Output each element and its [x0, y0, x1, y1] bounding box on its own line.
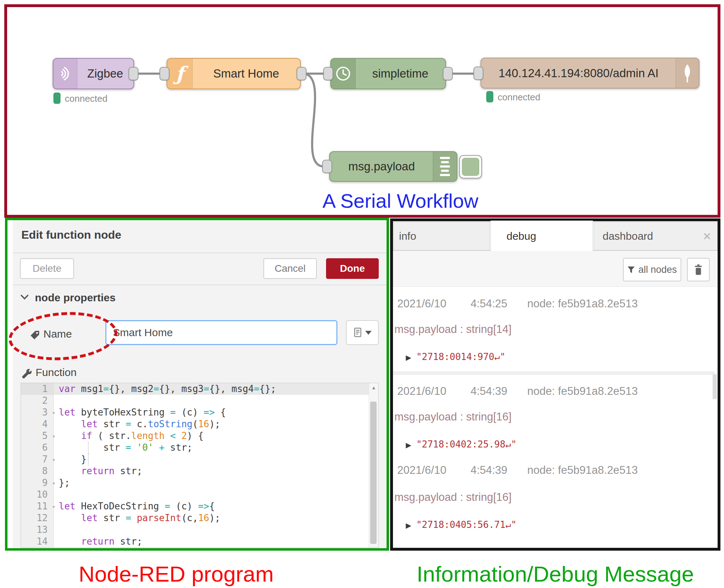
- msg-node-id: node: fe5b91a8.2e513: [527, 385, 638, 397]
- smart-home-output-port[interactable]: [297, 67, 306, 80]
- code-editor[interactable]: 1var msg1={}, msg2={}, msg3={}, msg4={};…: [21, 383, 379, 548]
- code-lines: 1var msg1={}, msg2={}, msg3={}, msg4={};…: [21, 383, 378, 547]
- expand-triangle-icon[interactable]: ▶: [406, 521, 411, 529]
- trash-icon: [694, 264, 703, 275]
- code-line-9: 9▾};: [21, 477, 378, 489]
- code-line-7: 7▾ }: [21, 454, 378, 465]
- clear-debug-button[interactable]: [687, 258, 710, 281]
- name-expand-button[interactable]: [346, 320, 379, 345]
- expand-triangle-icon[interactable]: ▶: [406, 354, 411, 361]
- function-section-label: Function: [36, 366, 77, 378]
- msg-property: msg.payload : string[16]: [394, 410, 511, 423]
- divider: [13, 285, 387, 285]
- zigbee-status-dot: [53, 92, 61, 104]
- expand-triangle-icon[interactable]: ▶: [406, 441, 411, 449]
- msg-value[interactable]: ▶"2718:0402:25.98↵": [406, 439, 516, 450]
- msg-value[interactable]: ▶"2718:0014:970↵": [406, 351, 505, 362]
- funnel-icon: [627, 266, 635, 274]
- msg-date: 2021/6/10: [397, 297, 446, 310]
- wrench-icon: [21, 369, 32, 381]
- code-line-4: 4 let str = c.toString(16);: [21, 418, 378, 430]
- simpletime-input-port[interactable]: [323, 67, 333, 80]
- caret-down-icon: [365, 331, 372, 335]
- tab-info[interactable]: info: [393, 222, 490, 250]
- node-zigbee[interactable]: Zigbee: [53, 58, 134, 89]
- function-icon: ƒ: [167, 59, 193, 89]
- delete-button[interactable]: Delete: [20, 258, 74, 279]
- code-line-10: 10: [21, 489, 378, 500]
- msg-time: 4:54:25: [471, 297, 507, 310]
- code-line-8: 8 return str;: [21, 465, 378, 477]
- name-input-value: Smart Home: [113, 327, 173, 339]
- code-line-13: 13: [21, 524, 378, 536]
- debug-lines-icon: [433, 152, 457, 181]
- code-line-5: 5▾ if ( str.length < 2) {: [21, 430, 378, 442]
- node-websocket-out[interactable]: 140.124.41.194:8080/admin AI: [481, 58, 699, 89]
- screenshot-root: Zigbee connected ƒ Smart Home simpletime…: [0, 0, 724, 588]
- node-label: Zigbee: [77, 59, 133, 89]
- chevron-down-icon[interactable]: [20, 294, 29, 302]
- code-line-1: 1var msg1={}, msg2={}, msg3={}, msg4={};: [21, 383, 378, 395]
- msg-property: msg.payload : string[16]: [394, 491, 511, 504]
- book-icon: [353, 327, 362, 338]
- dialog-title: Edit function node: [21, 228, 121, 242]
- tab-label: debug: [507, 230, 536, 242]
- zigbee-radio-icon: [53, 59, 77, 89]
- debug-message[interactable]: 2021/6/104:54:39node: fe5b91a8.2e513 msg…: [393, 383, 715, 459]
- msg-date: 2021/6/10: [397, 464, 446, 476]
- msg-time: 4:54:39: [471, 464, 507, 476]
- debug-message[interactable]: 2021/6/104:54:39node: fe5b91a8.2e513 msg…: [393, 462, 715, 538]
- tab-debug[interactable]: debug: [490, 221, 593, 251]
- tab-dashboard[interactable]: dashboard ✕: [594, 222, 718, 250]
- done-button[interactable]: Done: [326, 258, 379, 279]
- node-label: Smart Home: [192, 59, 300, 89]
- code-line-3: 3▾let byteToHexString = (c) => {: [21, 407, 378, 418]
- caption-node-red-program: Node-RED program: [0, 561, 352, 587]
- message-separator: [393, 371, 715, 375]
- websocket-input-port[interactable]: [473, 67, 483, 80]
- msg-date: 2021/6/10: [397, 385, 446, 397]
- debug-toggle-button[interactable]: [459, 155, 482, 179]
- code-line-2: 2: [21, 395, 378, 407]
- workflow-title: A Serial Workflow: [214, 189, 587, 212]
- simpletime-output-port[interactable]: [443, 67, 453, 80]
- node-debug[interactable]: msg.payload: [329, 151, 457, 182]
- scroll-up-icon[interactable]: ▲: [369, 385, 378, 390]
- websocket-status-text: connected: [498, 92, 540, 103]
- msg-node-id: node: fe5b91a8.2e513: [527, 297, 638, 310]
- msg-node-id: node: fe5b91a8.2e513: [527, 464, 638, 476]
- node-label: 140.124.41.194:8080/admin AI: [481, 58, 676, 88]
- editor-scrollbar[interactable]: ▲: [369, 383, 378, 547]
- scrollbar-thumb[interactable]: [370, 402, 377, 544]
- zigbee-status-text: connected: [65, 93, 107, 104]
- smart-home-input-port[interactable]: [159, 67, 169, 80]
- tab-label: dashboard: [603, 230, 653, 242]
- filter-label: all nodes: [638, 264, 677, 275]
- node-smart-home[interactable]: ƒ Smart Home: [167, 58, 301, 89]
- divider: [13, 253, 387, 253]
- code-line-12: 12 let str = parseInt(c,16);: [21, 512, 378, 524]
- websocket-status-dot: [486, 91, 493, 102]
- websocket-leaf-icon: [676, 58, 699, 88]
- node-simpletime[interactable]: simpletime: [330, 58, 446, 89]
- debug-message[interactable]: 2021/6/104:54:25node: fe5b91a8.2e513 msg…: [393, 295, 715, 371]
- msg-time: 4:54:39: [471, 385, 507, 397]
- filter-nodes-button[interactable]: all nodes: [623, 258, 681, 281]
- code-line-11: 11▾let HexToDecString = (c) =>{: [21, 500, 378, 512]
- code-line-6: 6 str = '0' + str;: [21, 442, 378, 454]
- tab-label: info: [399, 230, 416, 242]
- cancel-button[interactable]: Cancel: [263, 258, 317, 279]
- zigbee-output-port[interactable]: [128, 67, 138, 80]
- debug-input-port[interactable]: [322, 160, 332, 173]
- msg-value[interactable]: ▶"2718:0405:56.71↵": [406, 519, 516, 530]
- name-input[interactable]: Smart Home: [105, 320, 337, 345]
- code-line-14: 14 return str;: [21, 536, 378, 547]
- msg-property: msg.payload : string[14]: [394, 323, 511, 336]
- flow-wires: [0, 0, 724, 221]
- node-label: msg.payload: [330, 152, 433, 181]
- node-label: simpletime: [355, 59, 445, 89]
- clock-icon: [331, 59, 356, 89]
- close-icon[interactable]: ✕: [703, 230, 712, 243]
- node-properties-header[interactable]: node properties: [35, 292, 116, 304]
- caption-debug-message: Information/Debug Message: [390, 561, 720, 587]
